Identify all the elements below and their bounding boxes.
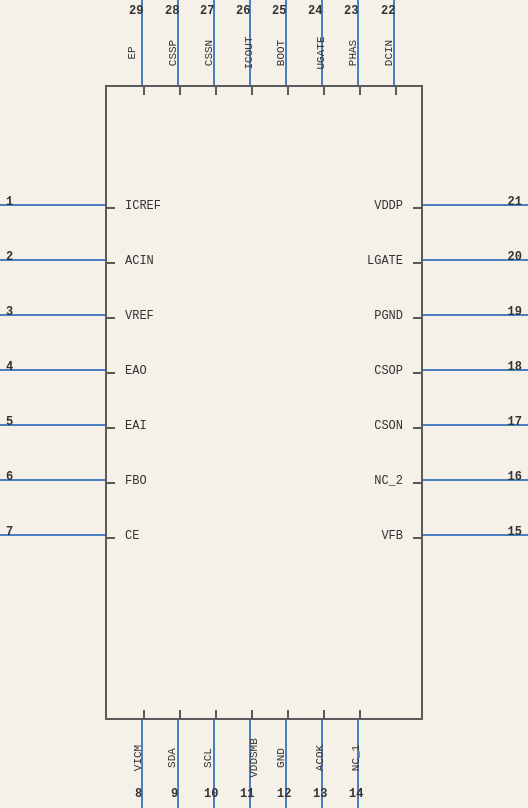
pin-num-29: 29 xyxy=(129,4,143,18)
pin-num-17: 17 xyxy=(508,415,522,429)
pin-name-gnd: GND xyxy=(275,748,287,768)
pin-num-2: 2 xyxy=(6,250,13,264)
pin-label-vfb: VFB xyxy=(381,529,403,543)
pin-label-acin: ACIN xyxy=(125,254,154,268)
pin-num-24: 24 xyxy=(308,4,322,18)
pin-name-phas: PHAS xyxy=(347,40,359,66)
pin-name-cssn: CSSN xyxy=(203,40,215,66)
pin-num-26: 26 xyxy=(236,4,250,18)
pin-num-22: 22 xyxy=(381,4,395,18)
pin-num-1: 1 xyxy=(6,195,13,209)
pin-num-28: 28 xyxy=(165,4,179,18)
pin-label-nc2: NC_2 xyxy=(374,474,403,488)
ic-body: ICREF ACIN VREF EAO EAI FBO CE VDDP LGAT… xyxy=(105,85,423,720)
pin-name-ugate: UGATE xyxy=(315,36,327,69)
pin-label-pgnd: PGND xyxy=(374,309,403,323)
pin-line-2 xyxy=(0,259,105,261)
pin-label-vref: VREF xyxy=(125,309,154,323)
pin-label-vddp: VDDP xyxy=(374,199,403,213)
pin-num-18: 18 xyxy=(508,360,522,374)
pin-name-acok: ACOK xyxy=(314,745,326,771)
pin-name-sda: SDA xyxy=(166,748,178,768)
pin-name-vddsmb: VDDSMB xyxy=(248,738,260,778)
pin-num-3: 3 xyxy=(6,305,13,319)
pin-num-27: 27 xyxy=(200,4,214,18)
pin-name-ep: EP xyxy=(126,46,138,59)
pin-line-4 xyxy=(0,369,105,371)
pin-name-nc1: NC_1 xyxy=(350,745,362,771)
pin-num-23: 23 xyxy=(344,4,358,18)
pin-line-5 xyxy=(0,424,105,426)
pin-num-15: 15 xyxy=(508,525,522,539)
pin-num-8: 8 xyxy=(135,787,142,801)
pin-line-1 xyxy=(0,204,105,206)
pin-num-13: 13 xyxy=(313,787,327,801)
pin-label-icref: ICREF xyxy=(125,199,161,213)
pin-num-9: 9 xyxy=(171,787,178,801)
pin-num-4: 4 xyxy=(6,360,13,374)
pin-num-5: 5 xyxy=(6,415,13,429)
pin-num-6: 6 xyxy=(6,470,13,484)
diagram-container: ICREF ACIN VREF EAO EAI FBO CE VDDP LGAT… xyxy=(0,0,528,808)
pin-label-lgate: LGATE xyxy=(367,254,403,268)
pin-name-dcin: DCIN xyxy=(383,40,395,66)
pin-label-eao: EAO xyxy=(125,364,147,378)
pin-line-3 xyxy=(0,314,105,316)
pin-num-14: 14 xyxy=(349,787,363,801)
pin-name-vicm: VICM xyxy=(132,745,144,771)
pin-num-10: 10 xyxy=(204,787,218,801)
pin-num-20: 20 xyxy=(508,250,522,264)
pin-num-19: 19 xyxy=(508,305,522,319)
pin-line-7 xyxy=(0,534,105,536)
pin-name-cssp: CSSP xyxy=(167,40,179,66)
pin-num-11: 11 xyxy=(240,787,254,801)
pin-name-boot: BOOT xyxy=(275,40,287,66)
pin-line-6 xyxy=(0,479,105,481)
pin-label-fbo: FBO xyxy=(125,474,147,488)
pin-num-25: 25 xyxy=(272,4,286,18)
pin-name-scl: SCL xyxy=(202,748,214,768)
pin-num-16: 16 xyxy=(508,470,522,484)
pin-num-21: 21 xyxy=(508,195,522,209)
pin-label-cson: CSON xyxy=(374,419,403,433)
pin-num-12: 12 xyxy=(277,787,291,801)
pin-name-icout: ICOUT xyxy=(243,36,255,69)
pin-label-csop: CSOP xyxy=(374,364,403,378)
pin-num-7: 7 xyxy=(6,525,13,539)
pin-label-ce: CE xyxy=(125,529,139,543)
pin-label-eai: EAI xyxy=(125,419,147,433)
